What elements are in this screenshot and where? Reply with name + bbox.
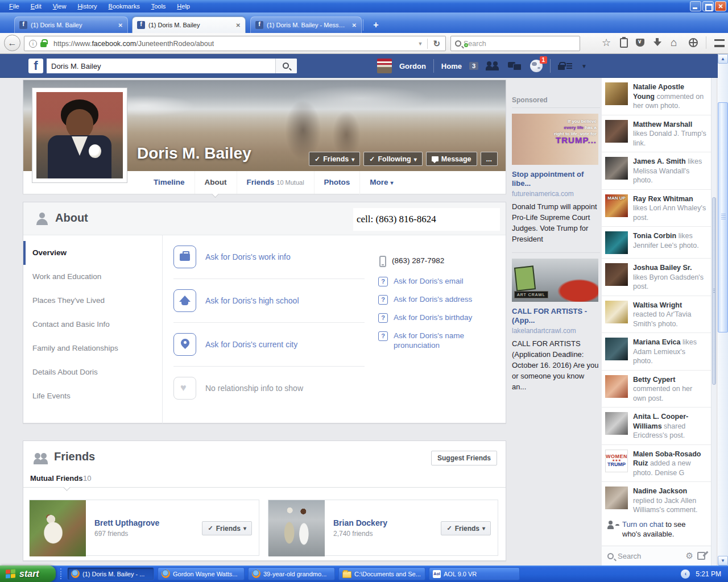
messenger-icon[interactable] xyxy=(508,60,523,72)
menu-history[interactable]: History xyxy=(73,2,101,11)
tab-close-icon[interactable]: ✕ xyxy=(352,22,357,28)
menu-view[interactable]: View xyxy=(48,2,71,11)
https-lock-icon[interactable] xyxy=(40,42,47,47)
friends-status-button[interactable]: Friends xyxy=(309,152,360,166)
ad-image[interactable]: ART CRAWL xyxy=(512,259,598,302)
ticker-scrollbar-thumb[interactable] xyxy=(712,197,716,385)
tab-more[interactable]: More▾ xyxy=(359,171,403,194)
ask-pronunciation-link[interactable]: Ask for Doris's name pronunciation xyxy=(394,331,486,350)
tab-timeline[interactable]: Timeline xyxy=(144,171,195,194)
taskbar-button-aol[interactable]: AolAOL 9.0 VR xyxy=(429,567,520,580)
about-nav-work-education[interactable]: Work and Education xyxy=(23,265,162,289)
ticker-item[interactable]: Mariana Evica likes Adam Lemieux's photo… xyxy=(602,333,711,371)
chat-search-bar[interactable]: Search ⚙ xyxy=(602,546,711,566)
notifications-globe-icon[interactable]: 1 xyxy=(530,60,543,72)
friend-photo[interactable] xyxy=(30,500,86,556)
download-icon[interactable] xyxy=(652,38,663,48)
tray-collapse-icon[interactable]: ‹ xyxy=(681,569,690,579)
user-avatar[interactable] xyxy=(377,59,392,73)
browser-tab-3[interactable]: (1) Doris M. Bailey - Messages ✕ xyxy=(250,16,362,33)
ticker-item[interactable]: Matthew Marshall likes Donald J. Trump's… xyxy=(602,115,711,153)
close-button[interactable] xyxy=(715,1,726,11)
menu-bookmarks[interactable]: Bookmarks xyxy=(104,2,144,11)
new-tab-button[interactable]: + xyxy=(369,18,383,32)
menu-help[interactable]: Help xyxy=(172,2,195,11)
tab-about[interactable]: About xyxy=(195,171,237,194)
ask-birthday-link[interactable]: Ask for Doris's birthday xyxy=(394,313,472,322)
facebook-search-input[interactable] xyxy=(47,59,275,73)
ticker-item[interactable]: Betty Cypert commented on her own post. xyxy=(602,371,711,408)
bookmark-star-icon[interactable] xyxy=(602,38,612,48)
browser-tab-1[interactable]: (1) Doris M. Bailey ✕ xyxy=(14,16,128,33)
ticker-item[interactable]: Tonia Corbin likes Jennifer Lee's photo. xyxy=(602,227,711,259)
browser-tab-2-active[interactable]: (1) Doris M. Bailey ✕ xyxy=(132,16,246,33)
about-nav-family-relationships[interactable]: Family and Relationships xyxy=(23,336,162,360)
ask-address-link[interactable]: Ask for Doris's address xyxy=(394,294,472,304)
clipboard-icon[interactable] xyxy=(620,38,628,48)
facebook-logo[interactable]: f xyxy=(28,59,43,73)
taskbar-button-explorer[interactable]: C:\Documents and Se... xyxy=(338,567,425,580)
taskbar-button-firefox-doris[interactable]: (1) Doris M. Bailey - ... xyxy=(67,567,154,580)
following-button[interactable]: Following xyxy=(363,152,422,166)
ad-headline-link[interactable]: CALL FOR ARTISTS - (App... xyxy=(512,302,600,325)
gear-icon[interactable]: ⚙ xyxy=(686,551,693,561)
ticker-item[interactable]: WOMEN★★★TRUMPMalen Soba-Rosado Ruiz adde… xyxy=(602,445,711,483)
friend-requests-icon[interactable] xyxy=(486,60,500,72)
profile-link[interactable]: Gordon xyxy=(399,62,426,70)
account-menu-caret-icon[interactable]: ▼ xyxy=(581,63,587,69)
browser-search-bar[interactable]: + xyxy=(450,36,580,51)
ticker-item[interactable]: Joshua Bailey Sr. likes Byron Gadsden's … xyxy=(602,259,711,296)
about-nav-overview[interactable]: Overview xyxy=(23,241,162,265)
about-nav-life-events[interactable]: Life Events xyxy=(23,384,162,408)
friend-status-button[interactable]: Friends xyxy=(441,521,491,535)
turn-on-chat-link[interactable]: Turn on chat xyxy=(622,520,664,529)
scroll-up-icon[interactable]: ▲ xyxy=(718,54,728,64)
ticker-scrollbar[interactable] xyxy=(711,78,716,566)
privacy-shortcuts-icon[interactable] xyxy=(558,65,565,70)
start-button[interactable]: start xyxy=(0,566,56,582)
reload-icon[interactable]: ↻ xyxy=(428,39,445,49)
page-info-icon[interactable]: i xyxy=(29,40,37,48)
restore-button[interactable] xyxy=(702,1,714,11)
browser-search-input[interactable] xyxy=(464,40,580,48)
friend-name-link[interactable]: Brett Upthagrove xyxy=(94,518,159,527)
menu-hamburger-icon[interactable] xyxy=(714,39,725,47)
menu-tools[interactable]: Tools xyxy=(147,2,171,11)
about-nav-details[interactable]: Details About Doris xyxy=(23,360,162,384)
about-nav-contact-basic[interactable]: Contact and Basic Info xyxy=(23,313,162,336)
ask-email-link[interactable]: Ask for Doris's email xyxy=(394,276,464,286)
ad-image[interactable]: If you believe every life has a right to… xyxy=(512,114,598,165)
about-nav-places-lived[interactable]: Places They've Lived xyxy=(23,289,162,313)
friend-status-button[interactable]: Friends xyxy=(202,521,252,535)
compose-icon[interactable] xyxy=(697,552,705,560)
home-link[interactable]: Home xyxy=(441,62,462,70)
ticker-item[interactable]: Waltisa Wright reacted to Ar'Tavia Smith… xyxy=(602,296,711,334)
scroll-down-icon[interactable]: ▼ xyxy=(718,556,728,566)
url-bar[interactable]: i https://www.facebook.com/JuneteenthRod… xyxy=(24,36,446,51)
ticker-item[interactable]: MAN UPRay Rex Whitman likes Lori Ann Wha… xyxy=(602,190,711,227)
ask-work-info-link[interactable]: Ask for Doris's work info xyxy=(205,252,291,261)
taskbar-button-firefox-grandmo[interactable]: 39-year-old grandmo... xyxy=(248,567,335,580)
tab-close-icon[interactable]: ✕ xyxy=(118,22,123,28)
home-icon[interactable] xyxy=(671,38,681,48)
minimize-button[interactable] xyxy=(690,1,701,11)
ad-headline-link[interactable]: Stop appointment of libe... xyxy=(512,165,600,188)
suggest-friends-button[interactable]: Suggest Friends xyxy=(431,451,497,465)
friend-photo[interactable] xyxy=(268,500,325,556)
ask-current-city-link[interactable]: Ask for Doris's current city xyxy=(205,340,297,349)
ticker-item[interactable]: Natalie Apostle Young commented on her o… xyxy=(602,78,711,115)
taskbar-button-firefox-gordon[interactable]: Gordon Wayne Watts... xyxy=(158,567,245,580)
menu-edit[interactable]: Edit xyxy=(26,2,46,11)
globe-addon-icon[interactable] xyxy=(689,38,698,47)
search-magnifier-icon[interactable]: + xyxy=(455,40,461,47)
back-button[interactable] xyxy=(4,35,20,51)
mutual-friends-tab[interactable]: Mutual Friends xyxy=(30,474,82,483)
ticker-item[interactable]: Anita L. Cooper-Williams shared Ericdres… xyxy=(602,408,711,445)
ticker-item[interactable]: James A. Smith likes Melissa Wandall's p… xyxy=(602,152,711,190)
tab-photos[interactable]: Photos xyxy=(314,171,360,194)
profile-picture[interactable] xyxy=(32,88,127,183)
facebook-search[interactable] xyxy=(47,59,297,73)
friend-name-link[interactable]: Brian Dockery xyxy=(333,518,387,527)
pocket-icon[interactable] xyxy=(636,39,644,47)
facebook-search-button[interactable] xyxy=(275,59,297,73)
